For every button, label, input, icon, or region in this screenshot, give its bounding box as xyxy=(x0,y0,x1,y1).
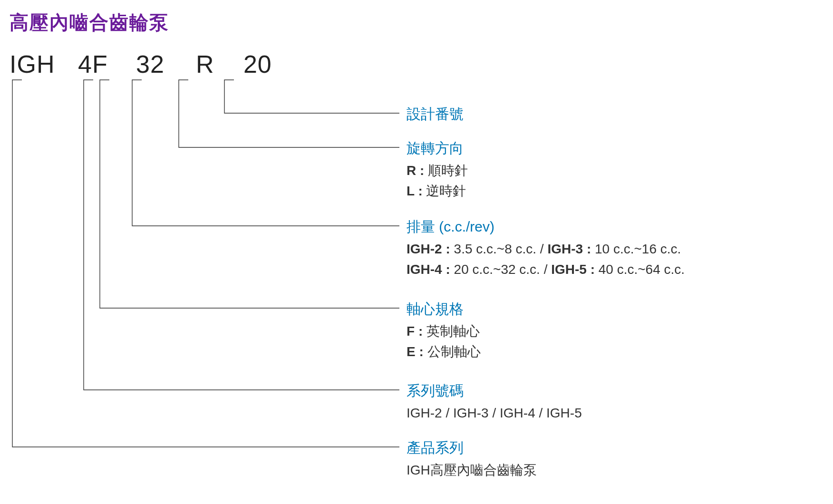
section-title: 設計番號 xyxy=(407,105,464,123)
section-series-number: 系列號碼 IGH-2 / IGH-3 / IGH-4 / IGH-5 xyxy=(407,381,582,423)
label: IGH-2 : xyxy=(407,242,454,256)
section-body: IGH-2 / IGH-3 / IGH-4 / IGH-5 xyxy=(407,403,582,423)
value: 英制軸心 xyxy=(426,324,480,339)
code-seg-design: 20 xyxy=(234,50,281,78)
section-body: IGH-2 : 3.5 c.c.~8 c.c. / IGH-3 : 10 c.c… xyxy=(407,239,685,280)
code-seg-igh: IGH xyxy=(10,50,62,78)
value: 40 c.c.~64 c.c. xyxy=(599,262,685,277)
value: 10 c.c.~16 c.c. xyxy=(595,242,681,256)
section-design-number: 設計番號 xyxy=(407,105,464,126)
label: E : xyxy=(407,344,427,359)
code-seg-series: 4F xyxy=(69,50,116,78)
section-title: 軸心規格 xyxy=(407,300,481,318)
section-body: IGH高壓內嚙合齒輪泵 xyxy=(407,460,537,480)
section-title: 系列號碼 xyxy=(407,381,582,400)
diagram-wrapper: 高壓內嚙合齒輪泵 IGH 4F 32 R 20 xyxy=(10,10,823,494)
value: 順時針 xyxy=(428,163,468,178)
section-body: F : 英制軸心 E : 公制軸心 xyxy=(407,321,481,362)
code-seg-disp: 32 xyxy=(124,50,176,78)
section-product-series: 產品系列 IGH高壓內嚙合齒輪泵 xyxy=(407,438,537,480)
label: F : xyxy=(407,324,426,339)
label: IGH-3 : xyxy=(547,242,595,256)
section-rotation: 旋轉方向 R : 順時針 L : 逆時針 xyxy=(407,139,468,202)
label: IGH-5 : xyxy=(551,262,599,277)
value: 20 c.c.~32 c.c. / xyxy=(454,262,552,277)
section-title: 產品系列 xyxy=(407,438,537,457)
section-title: 排量 (c.c./rev) xyxy=(407,217,685,236)
code-seg-rot: R xyxy=(184,50,226,78)
page-title: 高壓內嚙合齒輪泵 xyxy=(10,10,823,36)
model-code: IGH 4F 32 R 20 xyxy=(10,50,823,78)
value: 公制軸心 xyxy=(427,344,481,359)
section-shaft: 軸心規格 F : 英制軸心 E : 公制軸心 xyxy=(407,300,481,362)
label: R : xyxy=(407,163,428,178)
value: 3.5 c.c.~8 c.c. / xyxy=(454,242,548,256)
label: IGH-4 : xyxy=(407,262,454,277)
section-displacement: 排量 (c.c./rev) IGH-2 : 3.5 c.c.~8 c.c. / … xyxy=(407,217,685,280)
section-title: 旋轉方向 xyxy=(407,139,468,157)
value: 逆時針 xyxy=(426,184,466,198)
label: L : xyxy=(407,184,426,198)
section-body: R : 順時針 L : 逆時針 xyxy=(407,160,468,202)
